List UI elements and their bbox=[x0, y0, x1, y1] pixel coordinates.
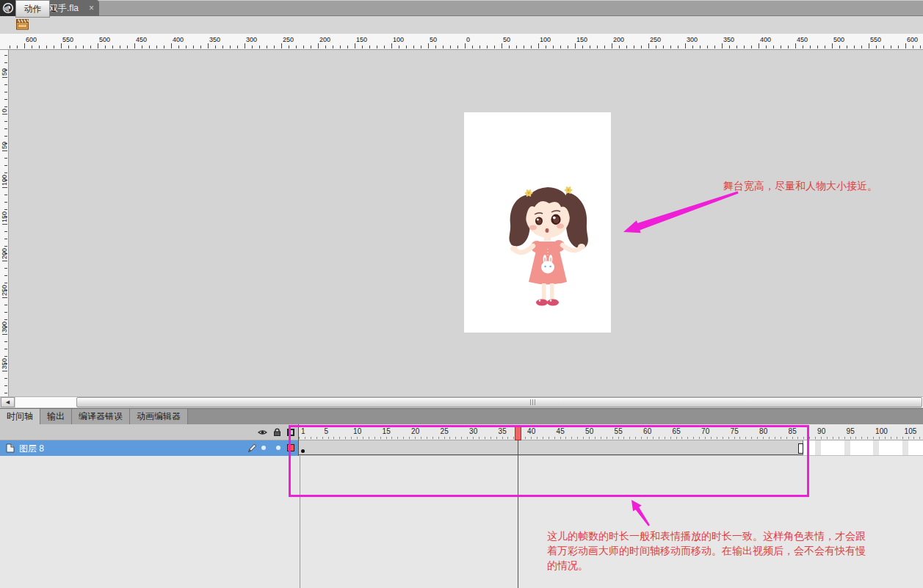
frame-guide-line bbox=[300, 456, 300, 588]
layer-name[interactable]: 图层 8 bbox=[19, 443, 44, 455]
arrow-to-character bbox=[623, 192, 739, 233]
scroll-left-arrow[interactable]: ◀ bbox=[1, 397, 15, 407]
outline-column-icon[interactable] bbox=[287, 429, 294, 436]
annotation-line: 的情况。 bbox=[547, 558, 923, 573]
frame-number-header[interactable]: 1510152025303540455055606570758085909510… bbox=[299, 424, 923, 440]
document-tab-bar bbox=[0, 0, 923, 16]
layer-visibility-dot[interactable] bbox=[261, 446, 266, 450]
scrollbar-thumb[interactable] bbox=[76, 397, 922, 407]
playhead-line bbox=[518, 440, 518, 588]
tab-timeline[interactable]: 时间轴 bbox=[0, 409, 40, 424]
playhead-handle[interactable] bbox=[515, 425, 521, 440]
stage-annotation-text: 舞台宽高，尽量和人物大小接近。 bbox=[723, 180, 877, 193]
span-end-marker bbox=[798, 443, 803, 454]
annotation-line: 着万彩动画大师的时间轴移动而移动。在输出视频后，会不会有快有慢 bbox=[547, 543, 923, 558]
girl-character-illustration[interactable] bbox=[464, 112, 611, 333]
vertical-ruler: 50050100150200250300350 bbox=[0, 50, 9, 396]
scene-clapperboard-icon bbox=[16, 19, 29, 30]
actions-panel-header[interactable]: 动作 bbox=[15, 0, 50, 18]
panel-tab-bar: 时间轴 输出 编译器错误 动画编辑器 bbox=[0, 408, 923, 424]
layer-lock-dot[interactable] bbox=[276, 446, 280, 450]
scrollbar-grip-icon bbox=[530, 399, 538, 405]
layer-page-icon bbox=[6, 443, 15, 453]
layer-controls-header bbox=[0, 424, 298, 440]
tab-output[interactable]: 输出 bbox=[40, 409, 72, 424]
stage-canvas[interactable] bbox=[464, 112, 611, 333]
layer-outline-color-swatch[interactable] bbox=[287, 444, 294, 451]
scene-bar bbox=[0, 16, 923, 34]
panel-divider bbox=[298, 424, 299, 456]
lock-icon[interactable] bbox=[273, 428, 281, 437]
tab-compiler-errors[interactable]: 编译器错误 bbox=[72, 409, 130, 424]
keyframe-dot bbox=[301, 449, 305, 453]
layer-frames-row[interactable] bbox=[299, 440, 923, 456]
annotation-line: 这儿的帧数的时长一般和表情播放的时长一致。这样角色表情，才会跟 bbox=[547, 529, 923, 543]
horizontal-ruler: 6005505004504003503002502001501005005010… bbox=[0, 34, 923, 50]
tab-motion-editor[interactable]: 动画编辑器 bbox=[130, 409, 188, 424]
back-arrow-icon[interactable]: ◀ bbox=[2, 3, 9, 13]
close-icon[interactable]: × bbox=[89, 0, 94, 16]
pencil-edit-icon bbox=[247, 443, 257, 453]
timeline-annotation-text: 这儿的帧数的时长一般和表情播放的时长一致。这样角色表情，才会跟 着万彩动画大师的… bbox=[547, 529, 923, 573]
actions-panel-label: 动作 bbox=[24, 4, 42, 14]
frame-span[interactable] bbox=[299, 440, 803, 455]
eye-icon[interactable] bbox=[258, 429, 267, 436]
flash-editor-window: 双手.fla × 动作 ◀ 场景 1 600550500450400350300… bbox=[0, 0, 923, 588]
